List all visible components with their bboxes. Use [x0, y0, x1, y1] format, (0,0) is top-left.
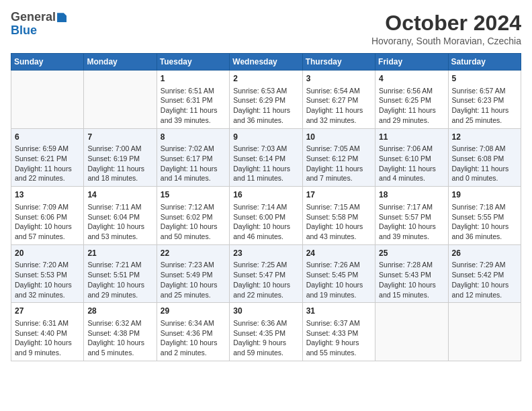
calendar-cell: 3Sunrise: 6:54 AMSunset: 6:27 PMDaylight… [302, 71, 375, 129]
calendar-cell: 16Sunrise: 7:14 AMSunset: 6:00 PMDayligh… [230, 187, 302, 245]
calendar-cell: 22Sunrise: 7:23 AMSunset: 5:49 PMDayligh… [157, 244, 229, 303]
day-number: 26 [452, 248, 517, 259]
day-number: 29 [161, 306, 226, 317]
title-section: October 2024 Hovorany, South Moravian, C… [371, 11, 521, 46]
day-number: 9 [233, 132, 298, 143]
logo-icon [57, 13, 66, 22]
calendar-cell: 5Sunrise: 6:57 AMSunset: 6:23 PMDaylight… [448, 71, 521, 129]
weekday-header-monday: Monday [84, 54, 157, 71]
day-number: 24 [306, 248, 371, 259]
calendar-cell: 9Sunrise: 7:03 AMSunset: 6:14 PMDaylight… [230, 128, 302, 187]
day-number: 7 [87, 132, 152, 143]
calendar-week-row: 20Sunrise: 7:20 AMSunset: 5:53 PMDayligh… [11, 244, 521, 303]
calendar-cell [11, 71, 84, 129]
day-number: 21 [87, 248, 152, 259]
calendar-cell: 10Sunrise: 7:05 AMSunset: 6:12 PMDayligh… [302, 128, 375, 187]
calendar-cell: 21Sunrise: 7:21 AMSunset: 5:51 PMDayligh… [84, 244, 157, 303]
calendar-week-row: 6Sunrise: 6:59 AMSunset: 6:21 PMDaylight… [11, 128, 521, 187]
day-number: 3 [306, 73, 371, 85]
day-number: 4 [379, 73, 444, 85]
weekday-header-wednesday: Wednesday [230, 54, 302, 71]
day-number: 25 [379, 248, 444, 259]
weekday-header-thursday: Thursday [302, 54, 375, 71]
logo-general-text: General [11, 10, 56, 24]
day-number: 1 [161, 73, 226, 85]
weekday-header-sunday: Sunday [11, 54, 84, 71]
calendar-cell: 2Sunrise: 6:53 AMSunset: 6:29 PMDaylight… [230, 71, 302, 129]
calendar-cell: 13Sunrise: 7:09 AMSunset: 6:06 PMDayligh… [11, 187, 84, 245]
calendar-cell: 27Sunrise: 6:31 AMSunset: 4:40 PMDayligh… [11, 303, 84, 361]
day-number: 20 [15, 248, 80, 259]
day-number: 2 [233, 73, 298, 85]
calendar-week-row: 13Sunrise: 7:09 AMSunset: 6:06 PMDayligh… [11, 187, 521, 245]
day-number: 18 [379, 189, 444, 201]
day-number: 17 [306, 189, 371, 201]
weekday-header-friday: Friday [375, 54, 448, 71]
day-number: 8 [161, 132, 226, 143]
calendar-cell: 17Sunrise: 7:15 AMSunset: 5:58 PMDayligh… [302, 187, 375, 245]
calendar-cell: 24Sunrise: 7:26 AMSunset: 5:45 PMDayligh… [302, 244, 375, 303]
calendar-cell: 1Sunrise: 6:51 AMSunset: 6:31 PMDaylight… [157, 71, 229, 129]
calendar-cell: 14Sunrise: 7:11 AMSunset: 6:04 PMDayligh… [84, 187, 157, 245]
calendar-cell: 23Sunrise: 7:25 AMSunset: 5:47 PMDayligh… [230, 244, 302, 303]
day-number: 31 [306, 306, 371, 317]
calendar-cell: 8Sunrise: 7:02 AMSunset: 6:17 PMDaylight… [157, 128, 229, 187]
calendar-cell: 25Sunrise: 7:28 AMSunset: 5:43 PMDayligh… [375, 244, 448, 303]
calendar-week-row: 27Sunrise: 6:31 AMSunset: 4:40 PMDayligh… [11, 303, 521, 361]
day-number: 28 [87, 306, 152, 317]
logo-blue-text: Blue [11, 24, 37, 37]
calendar-cell: 7Sunrise: 7:00 AMSunset: 6:19 PMDaylight… [84, 128, 157, 187]
calendar-week-row: 1Sunrise: 6:51 AMSunset: 6:31 PMDaylight… [11, 71, 521, 129]
page-header: General Blue October 2024 Hovorany, Sout… [11, 11, 521, 46]
day-number: 15 [161, 189, 226, 201]
day-number: 27 [15, 306, 80, 317]
calendar-cell: 11Sunrise: 7:06 AMSunset: 6:10 PMDayligh… [375, 128, 448, 187]
weekday-header-row: SundayMondayTuesdayWednesdayThursdayFrid… [11, 54, 521, 71]
day-number: 16 [233, 189, 298, 201]
day-number: 12 [452, 132, 517, 143]
calendar-cell: 30Sunrise: 6:36 AMSunset: 4:35 PMDayligh… [230, 303, 302, 361]
logo: General Blue [11, 11, 66, 38]
day-number: 14 [87, 189, 152, 201]
calendar-cell: 18Sunrise: 7:17 AMSunset: 5:57 PMDayligh… [375, 187, 448, 245]
calendar-table: SundayMondayTuesdayWednesdayThursdayFrid… [11, 53, 521, 361]
location-subtitle: Hovorany, South Moravian, Czechia [371, 36, 521, 46]
day-number: 23 [233, 248, 298, 259]
calendar-cell: 29Sunrise: 6:34 AMSunset: 4:36 PMDayligh… [157, 303, 229, 361]
day-number: 30 [233, 306, 298, 317]
weekday-header-tuesday: Tuesday [157, 54, 229, 71]
calendar-cell: 6Sunrise: 6:59 AMSunset: 6:21 PMDaylight… [11, 128, 84, 187]
day-number: 19 [452, 189, 517, 201]
day-number: 11 [379, 132, 444, 143]
calendar-cell [375, 303, 448, 361]
calendar-cell: 19Sunrise: 7:18 AMSunset: 5:55 PMDayligh… [448, 187, 521, 245]
day-number: 6 [15, 132, 80, 143]
calendar-cell: 4Sunrise: 6:56 AMSunset: 6:25 PMDaylight… [375, 71, 448, 129]
day-number: 10 [306, 132, 371, 143]
calendar-cell: 15Sunrise: 7:12 AMSunset: 6:02 PMDayligh… [157, 187, 229, 245]
calendar-cell [448, 303, 521, 361]
calendar-cell: 12Sunrise: 7:08 AMSunset: 6:08 PMDayligh… [448, 128, 521, 187]
calendar-cell: 26Sunrise: 7:29 AMSunset: 5:42 PMDayligh… [448, 244, 521, 303]
day-number: 13 [15, 189, 80, 201]
day-number: 5 [452, 73, 517, 85]
calendar-cell: 31Sunrise: 6:37 AMSunset: 4:33 PMDayligh… [302, 303, 375, 361]
weekday-header-saturday: Saturday [448, 54, 521, 71]
day-number: 22 [161, 248, 226, 259]
calendar-cell: 20Sunrise: 7:20 AMSunset: 5:53 PMDayligh… [11, 244, 84, 303]
calendar-cell: 28Sunrise: 6:32 AMSunset: 4:38 PMDayligh… [84, 303, 157, 361]
month-title: October 2024 [371, 11, 521, 36]
calendar-cell [84, 71, 157, 129]
